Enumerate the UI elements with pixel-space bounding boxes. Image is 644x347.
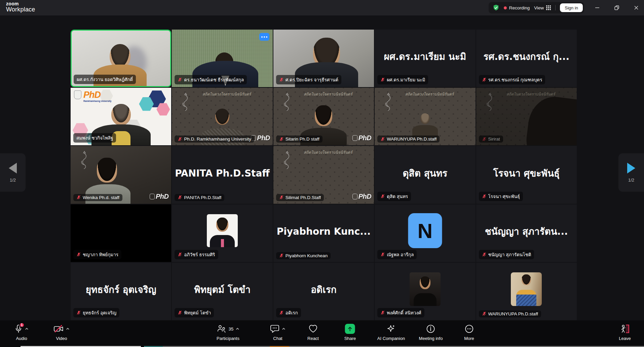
participant-tile[interactable]: WARUNYUPA Ph.D.staff <box>476 263 577 320</box>
participants-label: Participants <box>217 336 239 341</box>
muted-mic-icon <box>178 77 182 82</box>
chevron-up-icon[interactable] <box>236 327 239 330</box>
participant-tile[interactable]: ชญาภา ทิพย์กุมาร <box>71 204 171 262</box>
video-button[interactable]: Video <box>53 323 70 341</box>
muted-mic-icon <box>380 252 385 257</box>
security-shield-icon[interactable] <box>493 4 499 11</box>
participant-tile[interactable]: ศ.ดร.ปิยะฉัตร จารุธีรศานต์ <box>273 30 374 87</box>
participant-tile[interactable]: อดิเรกอดิเรก <box>273 263 374 320</box>
participant-name-text: Silimat Ph.D.Staff <box>286 195 321 200</box>
participant-tile[interactable]: พงศ์ศักดิ์ สนิทวงศ์ <box>375 263 475 320</box>
more-ellipsis-icon <box>464 324 474 334</box>
participant-tile[interactable]: ชนัญญา สุภารัตน...ชนัญญา สุภารัตนโชติ <box>476 204 577 262</box>
participant-name-text: อดิเรก <box>286 309 298 316</box>
muted-mic-icon <box>76 252 81 257</box>
sign-in-button[interactable]: Sign in <box>560 3 583 12</box>
participant-tile[interactable]: PhDRamkhamhaeng Universityสมพงษ์ ชวกิจไพ… <box>71 88 171 145</box>
participant-name-label: พิทยุตม์ โตขำ <box>175 308 214 317</box>
previous-page-button[interactable]: 1/2 <box>0 153 26 192</box>
phd-logo-text: PhD <box>83 90 111 100</box>
participant-name-label: Ph.D. Ramkhamhaeng University <box>175 136 254 143</box>
participant-tile[interactable]: Nณัฐพล อารีกุล <box>375 204 475 262</box>
recording-indicator: Recording <box>504 5 530 10</box>
participant-big-name: PANITA Ph.D.Staff <box>172 167 272 179</box>
next-page-button[interactable]: 1/2 <box>618 153 644 192</box>
more-button[interactable]: More <box>464 323 474 341</box>
participant-name-label: ชญาภา ทิพย์กุมาร <box>73 250 121 259</box>
participant-tile[interactable]: พิทยุตม์ โตขำพิทยุตม์ โตขำ <box>172 263 272 320</box>
chevron-up-icon[interactable] <box>25 327 29 330</box>
participant-tile[interactable]: ดุสิต สุนทรดุสิต สุนทร <box>375 146 475 203</box>
participant-name-text: ชญาภา ทิพย์กุมาร <box>83 251 118 258</box>
chevron-up-icon[interactable] <box>282 327 286 330</box>
participant-tile[interactable]: สถิตในดวงใจตราบนิจนิรันดร์PhDPh.D. Ramkh… <box>172 88 272 145</box>
participant-name-label: ดร.ธนาวัฒน์เดช ธีระพัฒน์สกุล <box>175 75 247 84</box>
participant-tile[interactable]: อภิวัชร์ ธรรมศิริ <box>172 204 272 262</box>
participants-button[interactable]: 35 Participants <box>217 323 239 341</box>
leave-button[interactable]: Leave <box>619 323 631 341</box>
close-button[interactable] <box>633 5 639 11</box>
participant-tile[interactable]: Piyabhorn Kunc...Piyabhorn Kunchean <box>273 204 374 262</box>
participant-name-label: ดุสิต สุนทร <box>377 192 411 201</box>
video-camera-off-icon <box>53 324 64 333</box>
participant-name-text: PANITA Ph.D.Staff <box>184 195 221 200</box>
participant-big-name: ยุทธจักร์ อุตเจริญ <box>71 282 171 297</box>
participant-big-name: Piyabhorn Kunc... <box>273 226 374 237</box>
participant-big-name: พิทยุตม์ โตขำ <box>172 282 272 297</box>
participant-name-label: ผศ.ดร.มาเรียม นะมิ <box>377 75 428 84</box>
participant-name-text: โรจนา ศุขะพันธุ์ <box>488 193 520 200</box>
tile-more-options-button[interactable] <box>259 33 269 41</box>
participant-tile[interactable]: ดร.ธนาวัฒน์เดช ธีระพัฒน์สกุล <box>172 30 272 87</box>
react-label: React <box>307 336 319 341</box>
watermark-crest-icon <box>150 194 155 199</box>
participant-tile[interactable]: สถิตในดวงใจตราบนิจนิรันดร์Sirirat <box>476 88 577 145</box>
participant-tile[interactable]: ยุทธจักร์ อุตเจริญยุทธจักร์ อุตเจริญ <box>71 263 171 320</box>
view-label: View <box>534 5 544 10</box>
view-button[interactable]: View <box>534 5 551 10</box>
watermark-crest-icon <box>352 194 357 199</box>
participant-tile[interactable]: ผศ.ดร.มาเรียม นะมิผศ.ดร.มาเรียม นะมิ <box>375 30 475 87</box>
muted-mic-icon <box>380 137 385 142</box>
maximize-restore-button[interactable] <box>614 5 620 11</box>
participant-tile[interactable]: PANITA Ph.D.StaffPANITA Ph.D.Staff <box>172 146 272 203</box>
participant-name-text: อภิวัชร์ ธรรมศิริ <box>184 251 215 258</box>
participant-tile[interactable]: สถิตในดวงใจตราบนิจนิรันดร์WARUNYUPA Ph.D… <box>375 88 475 145</box>
share-button[interactable]: Share <box>344 323 356 341</box>
muted-mic-icon <box>178 252 182 257</box>
participant-name-text: สมพงษ์ ชวกิจไพสิฐ <box>76 134 113 142</box>
phd-program-logo: PhDRamkhamhaeng University <box>74 90 111 102</box>
react-button[interactable]: React <box>307 323 319 341</box>
page-indicator: 1/2 <box>628 178 634 183</box>
participant-tile[interactable]: รศ.ดร.ชนงกรณ์ กุ...รศ.ดร.ชนงกรณ์ กุณฑลบุ… <box>476 30 577 87</box>
share-label: Share <box>344 336 356 341</box>
participant-name-text: พิทยุตม์ โตขำ <box>184 309 211 316</box>
participant-name-text: พงศ์ศักดิ์ สนิทวงศ์ <box>387 309 421 316</box>
chat-button[interactable]: Chat <box>270 323 286 341</box>
muted-mic-icon <box>279 253 284 258</box>
participant-big-name: ดุสิต สุนทร <box>375 166 475 181</box>
chat-bubble-icon <box>270 324 279 334</box>
participant-tile[interactable]: สถิตในดวงใจตราบนิจนิรันดร์PhDSilimat Ph.… <box>273 146 374 203</box>
muted-mic-icon <box>279 310 284 315</box>
participant-name-text: ดร.ธนาวัฒน์เดช ธีระพัฒน์สกุล <box>184 76 244 83</box>
recording-label: Recording <box>509 5 530 10</box>
muted-mic-icon <box>380 310 385 315</box>
avatar: N <box>408 213 442 248</box>
participant-tile[interactable]: สถิตในดวงใจตราบนิจนิรันดร์PhDSitarin Ph.… <box>273 88 374 145</box>
participant-tile[interactable]: ผศ.ดร.กังวาน ยอดวิศิษฎ์ศักดิ์ <box>71 30 171 87</box>
chevron-up-icon[interactable] <box>66 327 70 330</box>
tile-background-caption: สถิตในดวงใจตราบนิจนิรันดร์ <box>184 91 269 97</box>
university-crest-icon <box>74 90 81 99</box>
zoom-meeting-window: zoom Workplace Recording View Sign <box>0 0 644 347</box>
audio-button[interactable]: 1 Audio <box>14 323 29 341</box>
participant-name-text: WARUNYUPA Ph.D.staff <box>387 137 437 142</box>
more-label: More <box>464 336 474 341</box>
meeting-info-button[interactable]: Meeting info <box>419 323 443 341</box>
participant-tile[interactable]: PhDWenika Ph.d. staff <box>71 146 171 203</box>
participant-tile[interactable]: โรจนา ศุขะพันธุ์โรจนา ศุขะพันธุ์ <box>476 146 577 203</box>
minimize-button[interactable] <box>594 5 600 11</box>
muted-mic-icon <box>482 194 487 199</box>
ai-companion-button[interactable]: AI Companion <box>377 323 405 341</box>
participants-icon <box>217 324 226 334</box>
muted-mic-icon <box>380 194 385 199</box>
